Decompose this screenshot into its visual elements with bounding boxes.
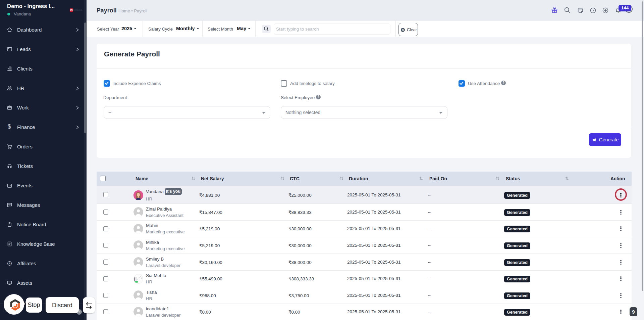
svg-text:S: S: [9, 262, 11, 265]
